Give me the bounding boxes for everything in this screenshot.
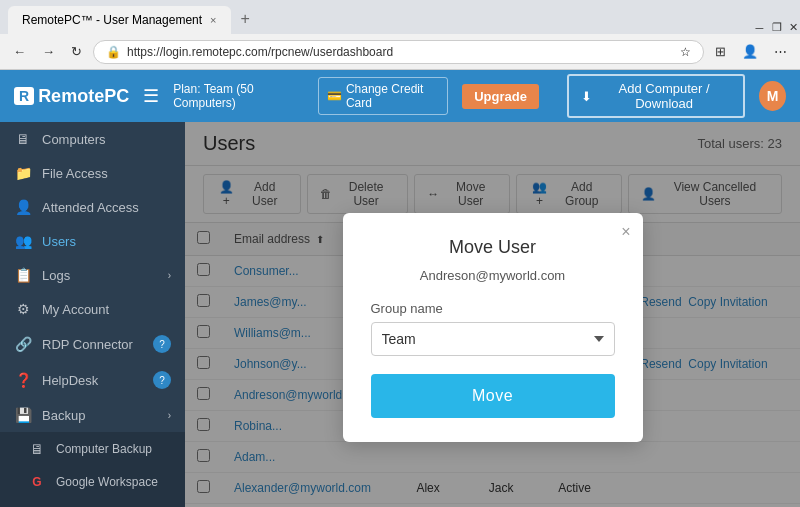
- helpdesk-badge: ?: [153, 371, 171, 389]
- file-access-icon: 📁: [14, 165, 32, 181]
- sidebar-item-logs[interactable]: 📋 Logs ›: [0, 258, 185, 292]
- helpdesk-icon: ❓: [14, 372, 32, 388]
- back-button[interactable]: ←: [8, 42, 31, 61]
- download-icon: ⬇: [581, 89, 592, 104]
- logo-text: RemotePC: [38, 86, 129, 107]
- app-header: R RemotePC ☰ Plan: Team (50 Computers) 💳…: [0, 70, 800, 122]
- sidebar-label-computer-backup: Computer Backup: [56, 442, 152, 456]
- sidebar-label-backup: Backup: [42, 408, 85, 423]
- sidebar-item-backup[interactable]: 💾 Backup ›: [0, 398, 185, 432]
- rdp-badge: ?: [153, 335, 171, 353]
- computers-icon: 🖥: [14, 131, 32, 147]
- sidebar: 🖥 Computers 📁 File Access 👤 Attended Acc…: [0, 122, 185, 507]
- settings-button[interactable]: ⋯: [769, 42, 792, 61]
- sidebar-label-attended-access: Attended Access: [42, 200, 139, 215]
- sidebar-label-my-account: My Account: [42, 302, 109, 317]
- sidebar-item-users[interactable]: 👥 Users: [0, 224, 185, 258]
- tab-title: RemotePC™ - User Management: [22, 13, 202, 27]
- sidebar-item-computers[interactable]: 🖥 Computers: [0, 122, 185, 156]
- upgrade-button[interactable]: Upgrade: [462, 84, 539, 109]
- avatar[interactable]: M: [759, 81, 786, 111]
- hamburger-menu[interactable]: ☰: [143, 85, 159, 107]
- sidebar-label-google-workspace: Google Workspace: [56, 475, 158, 489]
- google-workspace-icon: G: [28, 475, 46, 489]
- sidebar-label-computers: Computers: [42, 132, 106, 147]
- sidebar-label-file-access: File Access: [42, 166, 108, 181]
- move-user-modal: × Move User Andreson@myworld.com Group n…: [343, 213, 643, 442]
- sidebar-item-ms-office[interactable]: M Microsoft Office 365: [0, 498, 185, 507]
- logo: R RemotePC: [14, 86, 129, 107]
- sidebar-item-helpdesk[interactable]: ❓ HelpDesk ?: [0, 362, 185, 398]
- plan-info: Plan: Team (50 Computers): [173, 82, 304, 110]
- rdp-connector-icon: 🔗: [14, 336, 32, 352]
- restore-button[interactable]: ❐: [770, 21, 783, 34]
- url-text: https://login.remotepc.com/rpcnew/userda…: [127, 45, 674, 59]
- tab-close-icon[interactable]: ×: [210, 14, 216, 26]
- tab-bar: RemotePC™ - User Management × + ─ ❐ ✕: [0, 0, 800, 34]
- modal-move-button[interactable]: Move: [371, 374, 615, 418]
- browser-bar: ← → ↻ 🔒 https://login.remotepc.com/rpcne…: [0, 34, 800, 70]
- credit-card-icon: 💳: [327, 89, 342, 103]
- minimize-button[interactable]: ─: [753, 21, 766, 34]
- credit-card-button[interactable]: 💳 Change Credit Card: [318, 77, 448, 115]
- backup-submenu: 🖥 Computer Backup G Google Workspace M M…: [0, 432, 185, 507]
- sidebar-item-computer-backup[interactable]: 🖥 Computer Backup: [0, 432, 185, 466]
- modal-group-select[interactable]: Team: [371, 322, 615, 356]
- sidebar-item-my-account[interactable]: ⚙ My Account: [0, 292, 185, 326]
- modal-overlay[interactable]: × Move User Andreson@myworld.com Group n…: [185, 122, 800, 507]
- sidebar-item-rdp-connector[interactable]: 🔗 RDP Connector ?: [0, 326, 185, 362]
- modal-email: Andreson@myworld.com: [371, 268, 615, 283]
- close-button[interactable]: ✕: [787, 21, 800, 34]
- new-tab-button[interactable]: +: [231, 4, 260, 34]
- refresh-button[interactable]: ↻: [66, 42, 87, 61]
- lock-icon: 🔒: [106, 45, 121, 59]
- forward-button[interactable]: →: [37, 42, 60, 61]
- users-icon: 👥: [14, 233, 32, 249]
- sidebar-label-helpdesk: HelpDesk: [42, 373, 98, 388]
- sidebar-label-users: Users: [42, 234, 76, 249]
- add-computer-button[interactable]: ⬇ Add Computer / Download: [567, 74, 745, 118]
- sidebar-label-rdp-connector: RDP Connector: [42, 337, 133, 352]
- profile-button[interactable]: 👤: [737, 42, 763, 61]
- active-tab[interactable]: RemotePC™ - User Management ×: [8, 6, 231, 34]
- sidebar-item-file-access[interactable]: 📁 File Access: [0, 156, 185, 190]
- extensions-button[interactable]: ⊞: [710, 42, 731, 61]
- main-content: Users Total users: 23 👤+ Add User 🗑 Dele…: [185, 122, 800, 507]
- computer-backup-icon: 🖥: [28, 441, 46, 457]
- sidebar-label-logs: Logs: [42, 268, 70, 283]
- sidebar-item-attended-access[interactable]: 👤 Attended Access: [0, 190, 185, 224]
- star-icon: ☆: [680, 45, 691, 59]
- logs-arrow-icon: ›: [168, 270, 171, 281]
- backup-icon: 💾: [14, 407, 32, 423]
- my-account-icon: ⚙: [14, 301, 32, 317]
- url-bar[interactable]: 🔒 https://login.remotepc.com/rpcnew/user…: [93, 40, 704, 64]
- modal-group-label: Group name: [371, 301, 615, 316]
- attended-access-icon: 👤: [14, 199, 32, 215]
- app-body: 🖥 Computers 📁 File Access 👤 Attended Acc…: [0, 122, 800, 507]
- logo-icon: R: [14, 87, 34, 105]
- modal-close-button[interactable]: ×: [621, 223, 630, 241]
- sidebar-item-google-workspace[interactable]: G Google Workspace: [0, 466, 185, 498]
- modal-title: Move User: [371, 237, 615, 258]
- logs-icon: 📋: [14, 267, 32, 283]
- backup-arrow-icon: ›: [168, 410, 171, 421]
- window-controls: ─ ❐ ✕: [753, 21, 800, 34]
